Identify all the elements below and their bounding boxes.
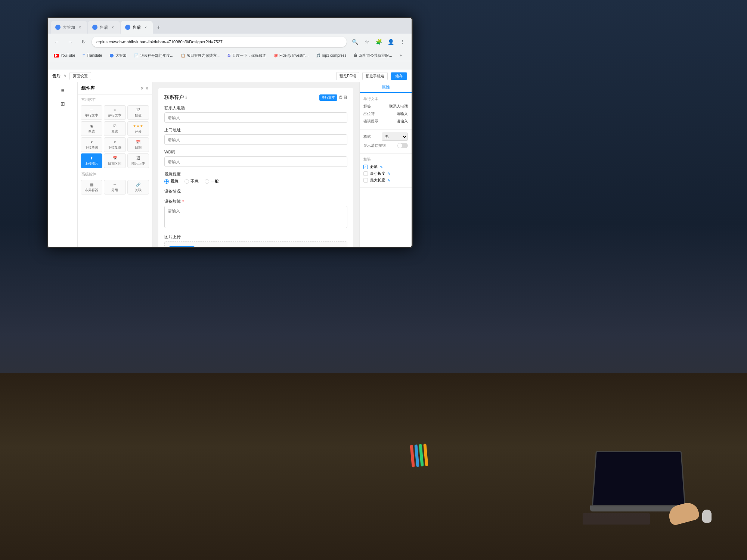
back-button[interactable]: ← <box>52 37 62 47</box>
required-star: * <box>182 199 184 204</box>
tab-icon-shouhou2 <box>125 25 130 30</box>
comp-multi-text-label: 多行文本 <box>108 113 121 118</box>
tab-close-shouhou1[interactable]: × <box>110 25 115 30</box>
breadcrumb: 售后 <box>52 73 61 79</box>
forward-button[interactable]: → <box>65 37 75 47</box>
comp-group[interactable]: ─ 分组 <box>104 180 125 195</box>
address-input[interactable] <box>92 37 347 47</box>
tab-daguan[interactable]: 大管加 × <box>51 21 87 34</box>
comp-checkbox[interactable]: ☑ 复选 <box>104 121 125 136</box>
bookmark-agile[interactable]: 📋 项目管理之敏捷方... <box>179 52 222 59</box>
right-single-text-title: 单行文本 <box>363 96 408 102</box>
new-tab-button[interactable]: + <box>154 22 164 32</box>
comp-link[interactable]: 🔗 关联 <box>127 180 149 195</box>
field-upload: 图片上传 图片上传 可复制粘贴到该区域，完成上传 <box>164 234 347 247</box>
keyboard <box>583 513 650 525</box>
prop-format-select[interactable]: 无 手机 邮箱 <box>382 133 408 141</box>
upload-button[interactable]: 图片上传 <box>169 246 195 247</box>
comp-number[interactable]: 12 数值 <box>127 105 149 120</box>
preview-mobile-button[interactable]: 预览手机端 <box>362 72 388 80</box>
field-phone-input[interactable] <box>164 112 347 123</box>
panel-close-buttons: × × <box>141 86 148 91</box>
radio-not-urgent[interactable]: 不急 <box>185 178 199 184</box>
tab-close-daguan[interactable]: × <box>77 25 83 30</box>
profile-icon[interactable]: 👤 <box>385 37 396 47</box>
markers <box>410 444 428 467</box>
bookmark-baidu[interactable]: 百 百度一下，你就知道 <box>225 52 268 59</box>
validation-min-label: 最小长度 <box>370 171 385 176</box>
prop-format-text: 格式 <box>363 134 371 139</box>
comp-single-text[interactable]: ─ 单行文本 <box>81 105 102 120</box>
comp-multi-select[interactable]: ▾ 下拉复选 <box>104 137 125 152</box>
sidebar-grid-icon[interactable]: ⊞ <box>58 99 68 109</box>
search-icon[interactable]: 🔍 <box>350 37 360 47</box>
bookmark-icon[interactable]: ☆ <box>362 37 372 47</box>
tab-shouhou1[interactable]: 售后 × <box>88 21 120 34</box>
bookmark-huayun[interactable]: 📄 华云神舟部门年度... <box>132 52 175 59</box>
tab-close-shouhou2[interactable]: × <box>143 25 148 30</box>
field-address-input[interactable] <box>164 134 347 145</box>
comp-number-icon: 12 <box>136 107 140 112</box>
prop-error-value: 请输入 <box>397 119 408 124</box>
bookmark-translate-label: Translate <box>87 53 102 57</box>
comp-date-range-label: 日期区间 <box>108 161 121 166</box>
comp-date[interactable]: 📅 日期 <box>127 137 149 152</box>
radio-urgent[interactable]: 紧急 <box>164 178 179 184</box>
app-main: 售后 ✎ 页面设置 预览PC端 预览手机端 储存 ≡ ⊞ <box>48 70 412 247</box>
monitor-frame: 大管加 × 售后 × 售后 <box>47 17 413 248</box>
bookmark-translate[interactable]: T Translate <box>80 53 104 59</box>
radio-urgent-dot <box>164 179 169 184</box>
save-button[interactable]: 储存 <box>391 72 407 80</box>
sidebar-layer-icon[interactable]: □ <box>58 112 68 122</box>
comp-upload[interactable]: ⬆ 上传图片 <box>81 153 102 168</box>
screen-content: 大管加 × 售后 × 售后 <box>48 18 412 247</box>
panel-close-2[interactable]: × <box>146 86 148 91</box>
comp-multi-text[interactable]: ≡ 多行文本 <box>104 105 125 120</box>
prop-scan-toggle[interactable] <box>397 143 408 148</box>
prop-placeholder-value: 请输入 <box>397 111 408 116</box>
validation-required-edit[interactable]: ✎ <box>380 165 383 169</box>
urgency-radio-group: 紧急 不急 一般 <box>164 178 347 184</box>
bookmark-more[interactable]: » <box>397 53 404 58</box>
comp-single-text-label: 单行文本 <box>85 113 98 118</box>
youtube-icon <box>54 54 59 57</box>
field-fault-textarea[interactable] <box>164 206 347 228</box>
comp-image-upload[interactable]: 🖼 图片上传 <box>127 153 149 168</box>
comp-select-icon: ▾ <box>91 139 93 144</box>
comp-rating-icon: ★★★ <box>133 123 143 128</box>
comp-layout[interactable]: ▦ 布局容器 <box>81 180 102 195</box>
radio-normal[interactable]: 一般 <box>205 178 219 184</box>
validation-max-checkbox[interactable] <box>363 178 368 183</box>
tab-properties[interactable]: 属性 <box>360 82 412 93</box>
validation-min-edit[interactable]: ✎ <box>387 172 390 176</box>
component-grid: ─ 单行文本 ≡ 多行文本 12 数值 <box>78 104 152 169</box>
upload-area: 图片上传 可复制粘贴到该区域，完成上传 <box>164 241 347 247</box>
panel-close-1[interactable]: × <box>141 86 143 91</box>
comp-select[interactable]: ▾ 下拉单选 <box>81 137 102 152</box>
bookmark-youtube[interactable]: YouTube <box>52 53 77 58</box>
menu-icon[interactable]: ⋮ <box>397 37 408 47</box>
comp-date-range[interactable]: 📅 日期区间 <box>104 153 125 168</box>
field-wd-input[interactable] <box>164 156 347 167</box>
bookmark-shenzhen[interactable]: 🏛 深圳市公共就业服... <box>351 52 394 59</box>
refresh-button[interactable]: ↻ <box>78 37 89 47</box>
comp-group-label: 分组 <box>111 188 118 193</box>
comp-radio[interactable]: ◉ 单选 <box>81 121 102 136</box>
comp-multi-select-icon: ▾ <box>114 139 116 144</box>
center-canvas: 联系客户 ℹ 单行文本 @ 目 <box>152 82 359 247</box>
right-panel-tabs: 属性 <box>360 82 412 93</box>
sidebar-menu-icon[interactable]: ≡ <box>58 85 68 96</box>
tab-shouhou2[interactable]: 售后 × <box>121 21 153 34</box>
tab-icon-daguan <box>55 25 61 30</box>
extension-icon[interactable]: 🧩 <box>374 37 384 47</box>
bookmark-fidelity[interactable]: 🐙 Fidelity Investm... <box>271 53 311 58</box>
bookmark-daguan[interactable]: 大管加 <box>107 52 129 59</box>
comp-rating[interactable]: ★★★ 评分 <box>127 121 149 136</box>
validation-required-checkbox[interactable] <box>363 165 368 169</box>
page-settings-button[interactable]: 页面设置 <box>69 72 91 80</box>
form-title: 联系客户 ℹ <box>164 94 187 101</box>
validation-max-edit[interactable]: ✎ <box>387 178 390 183</box>
bookmark-mp3[interactable]: 🎵 mp3 compress <box>314 53 349 58</box>
validation-min-checkbox[interactable] <box>363 171 368 176</box>
preview-pc-button[interactable]: 预览PC端 <box>336 72 359 80</box>
